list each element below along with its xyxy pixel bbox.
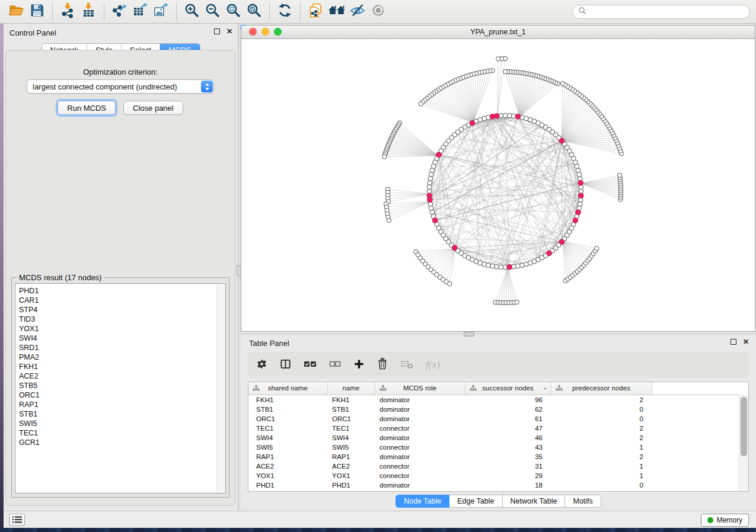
column-header-shared-name[interactable]: shared name [248, 382, 327, 395]
cell: 1 [551, 471, 652, 480]
table-tabs: Node TableEdge TableNetwork TableMotifs [241, 495, 756, 508]
table-mode-gear-button[interactable] [256, 358, 267, 372]
export-image-button[interactable] [151, 2, 171, 21]
delete-column-button[interactable] [377, 358, 388, 372]
shared-column-icon [556, 385, 563, 393]
zoom-in-button[interactable] [181, 2, 202, 21]
check-all-icon [304, 358, 317, 372]
network-window-titlebar[interactable]: YPA_prune.txt_1 [241, 25, 755, 39]
folder-open-icon [8, 2, 24, 21]
new-network-from-selection-button[interactable] [305, 2, 326, 21]
mcds-result-item: ORC1 [19, 390, 217, 400]
unselect-all-rows-button[interactable] [329, 358, 341, 372]
tab-node-table[interactable]: Node Table [395, 495, 449, 508]
cell: 0 [551, 414, 652, 424]
table-row[interactable]: STB1STB1dominator620 [248, 405, 652, 414]
import-network-icon [60, 2, 76, 21]
table-scrollbar-thumb[interactable] [741, 397, 747, 456]
import-network-button[interactable] [58, 2, 78, 21]
cell: ORC1 [327, 414, 375, 424]
search-input[interactable] [590, 7, 744, 17]
table-row[interactable]: FKH1FKH1dominator962 [248, 395, 652, 405]
table-row[interactable]: PHD1PHD1dominator180 [248, 480, 652, 490]
optimization-criterion-label: Optimization criterion: [6, 68, 235, 76]
table-toolbar: f(x) [248, 352, 749, 378]
open-file-button[interactable] [6, 2, 27, 21]
optimization-criterion-select[interactable]: largest connected component (undirected) [27, 79, 214, 94]
memory-status-icon [707, 517, 713, 523]
mcds-result-list-box[interactable]: PHD1CAR1STP4TID3YOX1SWI4SRD1PMA2FKH1ACE2… [15, 283, 226, 493]
columns-icon [280, 358, 291, 372]
column-header-successor-nodes[interactable]: successor nodes⌄ [465, 382, 551, 395]
select-chevrons-icon [201, 81, 213, 92]
uncheck-all-icon [329, 358, 341, 372]
column-label: shared name [248, 382, 327, 395]
mcds-result-scrollbar[interactable] [216, 284, 225, 493]
table-row[interactable]: SWI4SWI4dominator462 [248, 433, 652, 443]
memory-button[interactable]: Memory [701, 514, 749, 527]
table-panel-title: Table Panel [249, 339, 289, 348]
search-icon [578, 7, 586, 17]
import-table-button[interactable] [78, 2, 99, 21]
add-column-button[interactable] [353, 358, 365, 372]
fx-icon: f(x) [426, 359, 440, 371]
export-table-button[interactable] [130, 2, 151, 21]
zoom-selected-button[interactable] [244, 2, 264, 21]
tab-edge-table[interactable]: Edge Table [449, 495, 502, 508]
column-header-MCDS-role[interactable]: MCDS role [375, 382, 465, 395]
show-columns-button[interactable] [280, 358, 291, 372]
close-panel-button[interactable]: Close panel [123, 101, 183, 115]
close-table-panel-icon[interactable]: ✕ [743, 339, 749, 345]
table-row[interactable]: TEC1TEC1connector472 [248, 424, 652, 433]
tab-network-table[interactable]: Network Table [503, 495, 566, 508]
network-canvas[interactable] [241, 39, 755, 332]
cell: 0 [551, 480, 652, 490]
gear-icon [256, 358, 267, 372]
close-panel-icon[interactable]: ✕ [227, 28, 232, 34]
toolbar-separator [176, 4, 177, 20]
cell: 1 [551, 462, 652, 471]
cell: dominator [375, 480, 465, 490]
column-header-name[interactable]: name [327, 382, 375, 395]
run-mcds-button[interactable]: Run MCDS [58, 101, 116, 115]
table-row[interactable]: RAP1RAP1dominator352 [248, 452, 652, 462]
search-box[interactable] [572, 5, 750, 19]
trash-icon [377, 358, 388, 372]
show-all-button [368, 2, 388, 21]
export-network-icon [111, 2, 127, 21]
column-header-predecessor-nodes[interactable]: predecessor nodes [551, 382, 652, 395]
first-neighbors-button[interactable] [326, 2, 347, 21]
table-row[interactable]: YOX1YOX1connector291 [248, 471, 652, 480]
hide-selected-button[interactable] [347, 2, 368, 21]
zoom-out-button[interactable] [202, 2, 223, 21]
show-panels-button[interactable] [9, 514, 25, 526]
float-table-panel-icon[interactable] [731, 339, 736, 345]
cell: YOX1 [327, 471, 375, 480]
mcds-result-item: PHD1 [19, 286, 217, 296]
select-all-rows-button[interactable] [304, 358, 317, 372]
refresh-icon [277, 2, 293, 21]
cell: dominator [375, 405, 465, 414]
cell: 2 [551, 452, 652, 462]
table-scrollbar[interactable] [739, 395, 748, 491]
float-panel-icon[interactable] [214, 28, 220, 34]
tab-motifs[interactable]: Motifs [565, 495, 601, 508]
horizontal-splitter-handle[interactable] [464, 332, 474, 336]
cell: 47 [465, 424, 551, 433]
toolbar-separator [300, 4, 301, 20]
cell: 2 [551, 395, 652, 405]
table-row[interactable]: SWI5SWI5connector431 [248, 443, 652, 452]
table-row[interactable]: ACE2ACE2connector311 [248, 462, 652, 471]
cell: connector [375, 424, 465, 433]
export-network-button[interactable] [109, 2, 130, 21]
save-session-button[interactable] [27, 2, 47, 21]
zoom-fit-button[interactable] [223, 2, 244, 21]
table-row[interactable]: ORC1ORC1dominator610 [248, 414, 652, 424]
apply-layout-button[interactable] [275, 2, 295, 21]
zoom-selected-icon [246, 2, 262, 21]
control-panel-title: Control Panel [9, 28, 56, 37]
cell: dominator [375, 452, 465, 462]
column-label: predecessor nodes [551, 382, 652, 395]
cell: TEC1 [248, 424, 327, 433]
cell: SWI4 [248, 433, 327, 443]
